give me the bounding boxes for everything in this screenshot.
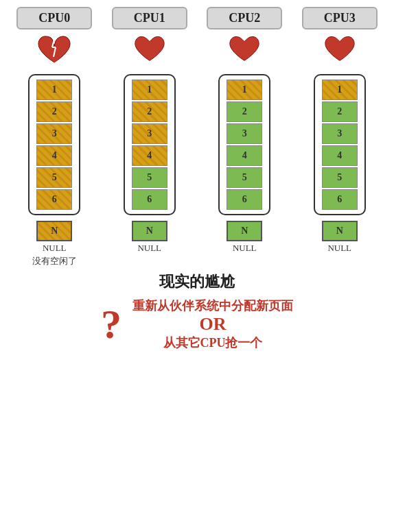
heart-icon-1 [134, 34, 165, 62]
queue-box-2: 123456 [218, 74, 270, 215]
null-label-1: NULL [137, 243, 161, 254]
cell-1-2: 3 [132, 123, 167, 144]
cell-0-0: 1 [36, 80, 72, 100]
cell-0-5: 6 [36, 189, 72, 210]
main-container: CPU0 CPU1 CPU2 CPU3 [0, 0, 394, 351]
null-label-3: NULL [327, 243, 351, 254]
solution-text: 重新从伙伴系统中分配新页面 OR 从其它CPU抢一个 [132, 298, 293, 351]
reality-title: 现实的尴尬 [159, 271, 235, 292]
cpu-label-3: CPU3 [302, 7, 378, 29]
queue-box-0: 123456 [28, 74, 80, 215]
cell-2-5: 6 [227, 189, 262, 210]
cpu-column-0: 123456NNULL没有空闲了 [16, 74, 92, 267]
queues-row: 123456NNULL没有空闲了123456NNULL123456NNULL12… [7, 74, 387, 267]
null-box-2: N [227, 221, 262, 241]
null-box-3: N [322, 221, 358, 241]
cell-3-1: 2 [322, 101, 358, 122]
null-label-2: NULL [233, 243, 257, 254]
cell-3-2: 3 [322, 123, 358, 144]
cell-0-3: 4 [36, 145, 72, 166]
cell-2-3: 4 [227, 145, 262, 166]
queue-box-1: 123456 [124, 74, 176, 215]
null-box-0: N [36, 221, 72, 241]
heart-row [7, 34, 387, 69]
cell-2-4: 5 [227, 167, 262, 188]
cell-2-0: 1 [227, 80, 262, 100]
cpu-label-0: CPU0 [16, 7, 92, 29]
cell-0-2: 3 [36, 123, 72, 144]
queue-box-3: 123456 [314, 74, 366, 215]
cell-1-1: 2 [132, 101, 167, 122]
cpu-column-3: 123456NNULL [302, 74, 378, 255]
cpu-row: CPU0 CPU1 CPU2 CPU3 [7, 7, 387, 29]
cell-1-5: 6 [132, 189, 167, 210]
cpu-column-2: 123456NNULL [207, 74, 282, 255]
solution-row: ? 重新从伙伴系统中分配新页面 OR 从其它CPU抢一个 [7, 298, 387, 351]
question-mark: ? [101, 304, 121, 345]
heart-2 [207, 34, 282, 69]
solution-line1: 重新从伙伴系统中分配新页面 [132, 298, 293, 314]
cell-0-4: 5 [36, 167, 72, 188]
cpu-label-2: CPU2 [207, 7, 282, 29]
solution-line3: 从其它CPU抢一个 [163, 335, 263, 351]
null-box-1: N [132, 221, 167, 241]
broken-heart-icon [37, 34, 71, 64]
cpu-label-1: CPU1 [112, 7, 187, 29]
heart-icon-2 [229, 34, 260, 62]
cell-1-4: 5 [132, 167, 167, 188]
cell-1-0: 1 [132, 80, 167, 100]
cell-3-3: 4 [322, 145, 358, 166]
cell-3-0: 1 [322, 80, 358, 100]
null-label-0: NULL [43, 243, 67, 254]
cell-2-1: 2 [227, 101, 262, 122]
bottom-section: 现实的尴尬 ? 重新从伙伴系统中分配新页面 OR 从其它CPU抢一个 [7, 271, 387, 351]
cpu-column-1: 123456NNULL [112, 74, 187, 255]
extra-label-0: 没有空闲了 [32, 255, 77, 267]
heart-icon-3 [324, 34, 356, 62]
cell-1-3: 4 [132, 145, 167, 166]
cell-2-2: 3 [227, 123, 262, 144]
solution-line2: OR [200, 314, 227, 335]
cell-3-4: 5 [322, 167, 358, 188]
heart-3 [302, 34, 378, 69]
cell-3-5: 6 [322, 189, 358, 210]
heart-0 [16, 34, 92, 69]
heart-1 [112, 34, 187, 69]
cell-0-1: 2 [36, 101, 72, 122]
